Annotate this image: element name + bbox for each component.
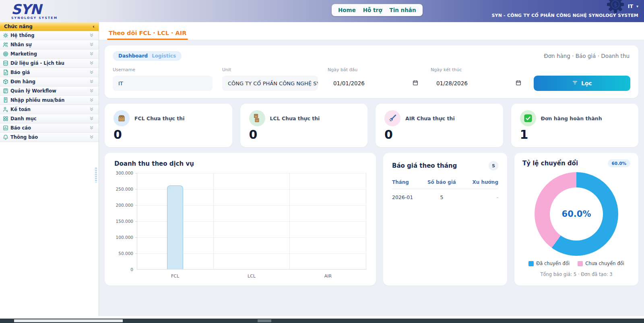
double-chevron-down-icon — [89, 115, 95, 123]
sidebar-item-label: Quản lý Workflow — [10, 88, 89, 94]
stat-value: 0 — [384, 129, 494, 141]
horizontal-scrollbar[interactable] — [0, 319, 644, 323]
sidebar-item-9[interactable]: Danh mục — [0, 114, 99, 123]
legend-label: Chưa chuyển đổi — [585, 261, 624, 266]
sidebar-item-10[interactable]: Báo cáo — [0, 123, 99, 133]
nav-link-1[interactable]: Hỗ trợ — [363, 7, 382, 13]
sidebar-item-label: Dữ liệu giá - Lịch tàu — [10, 60, 89, 66]
bar-fcl[interactable] — [167, 185, 183, 269]
header-right: $ IT ▾ SYN - CÔNG TY CỔ PHẦN CÔNG NGHỆ S… — [491, 0, 638, 22]
database-icon — [2, 60, 10, 66]
filter-field-2: Ngày bắt đầu01/01/2026 — [328, 67, 421, 91]
sidebar-item-0[interactable]: Hệ thống — [0, 31, 99, 40]
y-axis-tick-label: 100.000 — [116, 235, 133, 240]
main-area: Theo dõi FCL · LCL · AIR Dashboard Logis… — [99, 22, 644, 316]
nav-link-2[interactable]: Tin nhắn — [389, 7, 416, 13]
field-label: Unit — [222, 67, 318, 72]
check-icon — [520, 110, 536, 126]
filter-field-1: UnitCÔNG TY CỔ PHẦN CÔNG NGHỆ SYNOLOGY S… — [222, 67, 318, 91]
sidebar-collapse-icon[interactable]: ‹ — [93, 24, 95, 29]
sidebar-header: Chức năng ‹ — [0, 22, 99, 31]
filter-button[interactable]: Lọc — [534, 76, 630, 91]
category-column-fcl — [137, 173, 214, 269]
donut-chart: 60.0% — [535, 172, 618, 256]
table-row[interactable]: 2026-015- — [392, 189, 498, 206]
text-input[interactable]: CÔNG TY CỔ PHẦN CÔNG NGHỆ SYNOLOGY SYSTE… — [222, 76, 318, 91]
sidebar-item-11[interactable]: Thông báo — [0, 133, 99, 142]
top-header: SYN SYNOLOGY SYSTEM HomeHỗ trợTin nhắn — [0, 0, 644, 22]
donut-legend: Đã chuyển đổiChưa chuyển đổi — [522, 261, 630, 266]
quotes-table-card: Báo giá theo tháng 5 ThángSố báo giáXu h… — [383, 153, 507, 286]
header-nav: HomeHỗ trợTin nhắn — [332, 4, 423, 16]
calendar-icon[interactable] — [412, 80, 419, 87]
sidebar-item-label: Kế toán — [10, 107, 89, 112]
double-chevron-down-icon — [89, 69, 95, 76]
plane-icon — [384, 110, 400, 126]
user-menu[interactable]: $ IT ▾ — [606, 0, 638, 12]
double-chevron-down-icon — [89, 134, 95, 141]
stat-card-0: FCL Chưa thực thi0 — [105, 104, 232, 147]
app-logo: SYN SYNOLOGY SYSTEM — [0, 2, 101, 20]
date-value: 01/01/2026 — [333, 80, 365, 86]
sidebar-title: Chức năng — [4, 24, 33, 29]
double-chevron-down-icon — [89, 50, 95, 58]
tab-theo-doi-fcl-lcl-air[interactable]: Theo dõi FCL · LCL · AIR — [107, 30, 188, 40]
sidebar-item-5[interactable]: Đơn hàng — [0, 77, 99, 86]
chevron-down-icon[interactable]: ▾ — [636, 4, 638, 8]
bottom-row: Doanh thu theo dịch vụ 300.000250.000200… — [105, 153, 638, 286]
stat-label: LCL Chưa thực thi — [270, 115, 320, 121]
double-chevron-down-icon — [89, 32, 95, 39]
sidebar-item-3[interactable]: Dữ liệu giá - Lịch tàu — [0, 59, 99, 68]
app-window: SYN SYNOLOGY SYSTEM HomeHỗ trợTin nhắn — [0, 0, 644, 323]
badge-dashboard[interactable]: Dashboard — [118, 53, 148, 59]
legend-swatch — [578, 261, 583, 266]
stat-label: FCL Chưa thực thi — [134, 115, 184, 121]
avatar-gear-icon[interactable]: $ — [606, 0, 625, 14]
sidebar-item-label: Đơn hàng — [10, 79, 89, 84]
sidebar-item-label: Danh mục — [10, 116, 89, 121]
double-chevron-down-icon — [89, 60, 95, 67]
sidebar: Chức năng ‹ Hệ thốngNhân sựMarketingDữ l… — [0, 22, 99, 316]
sidebar-item-2[interactable]: Marketing — [0, 49, 99, 59]
sidebar-resize-handle[interactable] — [95, 168, 97, 182]
dashboard-badge-pill[interactable]: Dashboard Logistics — [113, 51, 182, 61]
table-cell: 2026-01 — [392, 189, 421, 206]
double-chevron-down-icon — [89, 87, 95, 95]
package-icon — [114, 110, 130, 126]
table-header-1: Số báo giá — [421, 177, 462, 189]
sidebar-item-4[interactable]: Báo giá — [0, 68, 99, 77]
gear-icon — [2, 32, 10, 39]
legend-label: Đã chuyển đổi — [536, 261, 570, 266]
double-chevron-down-icon — [89, 78, 95, 86]
box-icon — [2, 78, 10, 85]
sidebar-item-6[interactable]: Quản lý Workflow — [0, 86, 99, 96]
sidebar-item-1[interactable]: Nhân sự — [0, 40, 99, 49]
sidebar-items: Hệ thốngNhân sựMarketingDữ liệu giá - Lị… — [0, 31, 99, 142]
stat-label: AIR Chưa thực thi — [405, 115, 455, 121]
accountant-icon: $ — [2, 106, 10, 113]
donut-hole: 60.0% — [550, 187, 603, 241]
sidebar-item-7[interactable]: Nhập phiếu mua/bán — [0, 96, 99, 105]
sidebar-item-label: Báo giá — [10, 70, 89, 75]
document-icon — [2, 69, 10, 76]
sidebar-item-label: Nhập phiếu mua/bán — [10, 97, 89, 103]
user-name[interactable]: IT — [628, 3, 633, 9]
filter-field-0: UsernameIT — [113, 67, 213, 91]
report-icon — [2, 125, 10, 131]
nav-link-0[interactable]: Home — [338, 7, 356, 13]
text-input[interactable]: IT — [113, 76, 213, 91]
scrollbar-thumb[interactable] — [14, 319, 123, 322]
stats-row: FCL Chưa thực thi0LCL Chưa thực thi0AIR … — [105, 104, 638, 147]
date-input[interactable]: 01/28/2026 — [431, 76, 524, 91]
y-axis-tick-label: 150.000 — [116, 219, 133, 224]
donut-center-value: 60.0% — [562, 209, 591, 219]
sidebar-item-8[interactable]: $Kế toán — [0, 105, 99, 114]
field-label: Username — [113, 67, 213, 72]
donut-footer: Tổng báo giá: 5 · Đơn đã tạo: 3 — [522, 272, 630, 277]
calendar-icon[interactable] — [515, 80, 522, 87]
date-input[interactable]: 01/01/2026 — [328, 76, 421, 91]
logo-subtitle: SYNOLOGY SYSTEM — [11, 16, 101, 20]
badge-logistics[interactable]: Logistics — [152, 53, 176, 59]
conversion-card: Tỷ lệ chuyển đổi 60.0% 60.0% Đã chuyển đ… — [514, 153, 638, 286]
legend-item-1: Chưa chuyển đổi — [578, 261, 624, 266]
